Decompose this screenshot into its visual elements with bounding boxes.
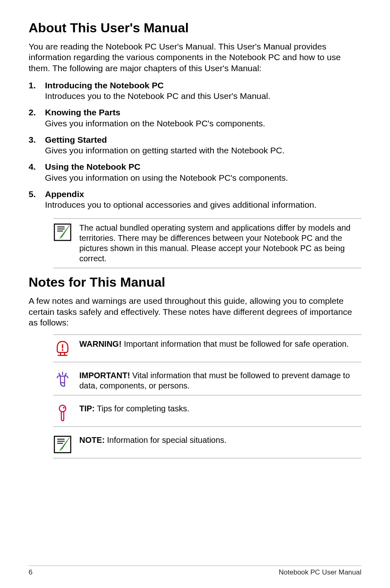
note-callout: The actual bundled operating system and … [53, 218, 361, 268]
page-footer: 6 Notebook PC User Manual [29, 566, 361, 577]
note-callout-2: NOTE: Information for special situations… [53, 431, 361, 458]
note-icon [53, 435, 72, 454]
warning-body: Important information that must be follo… [121, 339, 349, 348]
note-callout-text-2: NOTE: Information for special situations… [79, 435, 361, 445]
about-intro-text: You are reading the Notebook PC User's M… [29, 41, 361, 74]
warning-callout: WARNING! Important information that must… [53, 334, 361, 362]
chapter-title: Knowing the Parts [45, 107, 361, 118]
note-body: Information for special situations. [105, 435, 226, 444]
svg-point-3 [59, 405, 66, 412]
chapter-item: Using the Notebook PC Gives you informat… [29, 162, 361, 183]
svg-point-4 [63, 407, 65, 408]
note-callout-text: The actual bundled operating system and … [79, 223, 361, 264]
footer-title: Notebook PC User Manual [279, 568, 361, 577]
warning-icon [53, 339, 72, 358]
important-icon [53, 370, 72, 389]
warning-label: WARNING! [79, 339, 121, 348]
chapter-desc: Gives you information on getting started… [45, 146, 285, 155]
important-label: IMPORTANT! [79, 371, 130, 380]
tip-label: TIP: [79, 404, 95, 413]
tip-callout-text: TIP: Tips for completing tasks. [79, 404, 361, 414]
chapter-title: Using the Notebook PC [45, 162, 361, 172]
section-heading-about: About This User's Manual [29, 20, 361, 36]
chapter-desc: Gives you information on using the Noteb… [45, 173, 288, 182]
tip-callout: TIP: Tips for completing tasks. [53, 399, 361, 427]
chapter-item: Knowing the Parts Gives you information … [29, 107, 361, 129]
chapter-title: Introducing the Notebook PC [45, 80, 361, 91]
svg-point-2 [62, 349, 63, 351]
important-callout: IMPORTANT! Vital information that must b… [53, 366, 361, 395]
chapter-desc: Introduces you to optional accessories a… [45, 200, 316, 209]
section-heading-notes: Notes for This Manual [29, 275, 361, 290]
chapter-desc: Introduces you to the Notebook PC and th… [45, 91, 270, 101]
warning-callout-text: WARNING! Important information that must… [79, 339, 361, 349]
chapter-title: Appendix [45, 189, 361, 200]
chapter-item: Appendix Introduces you to optional acce… [29, 189, 361, 211]
chapter-item: Getting Started Gives you information on… [29, 135, 361, 156]
chapter-desc: Gives you information on the Notebook PC… [45, 119, 265, 128]
page-number: 6 [29, 568, 32, 577]
chapter-item: Introducing the Notebook PC Introduces y… [29, 80, 361, 102]
chapter-title: Getting Started [45, 135, 361, 145]
tip-body: Tips for completing tasks. [95, 404, 189, 413]
important-callout-text: IMPORTANT! Vital information that must b… [79, 370, 361, 391]
note-label: NOTE: [79, 435, 105, 444]
chapter-list: Introducing the Notebook PC Introduces y… [29, 80, 361, 211]
tip-icon [53, 404, 72, 422]
notes-intro-text: A few notes and warnings are used throug… [29, 296, 361, 328]
note-icon [53, 223, 72, 242]
